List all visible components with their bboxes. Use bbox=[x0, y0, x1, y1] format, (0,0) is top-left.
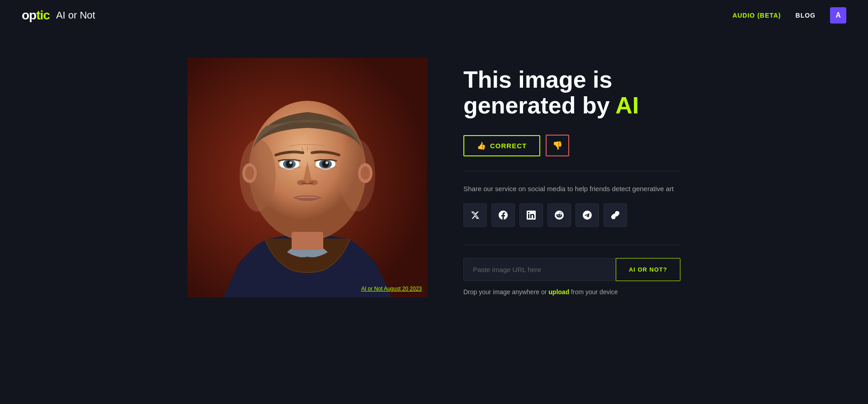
analyzed-image bbox=[188, 58, 427, 297]
nav-right: AUDIO (BETA) BLOG A bbox=[732, 7, 846, 23]
divider-1 bbox=[463, 171, 680, 171]
main-content: AI or Not August 20 2023 This image is g… bbox=[0, 31, 868, 324]
analyze-button[interactable]: AI OR NOT? bbox=[616, 258, 680, 281]
result-ai-text: AI bbox=[615, 92, 639, 118]
reddit-share-button[interactable] bbox=[547, 203, 571, 227]
linkedin-share-button[interactable] bbox=[519, 203, 543, 227]
correct-label: CORRECT bbox=[490, 142, 527, 150]
svg-point-18 bbox=[361, 166, 370, 180]
svg-point-16 bbox=[245, 166, 254, 180]
facebook-icon bbox=[499, 211, 508, 220]
copy-link-icon bbox=[611, 211, 620, 220]
incorrect-button[interactable]: 👎 bbox=[546, 135, 569, 156]
logo-area: optic AI or Not bbox=[22, 8, 95, 23]
reddit-icon bbox=[555, 211, 564, 220]
svg-point-20 bbox=[289, 148, 316, 166]
header: optic AI or Not AUDIO (BETA) BLOG A bbox=[0, 0, 868, 31]
drop-text: Drop your image anywhere or upload from … bbox=[463, 288, 680, 296]
drop-text-after: from your device bbox=[569, 288, 618, 296]
copy-link-button[interactable] bbox=[604, 203, 627, 227]
svg-point-12 bbox=[326, 161, 328, 164]
share-description: Share our service on social media to hel… bbox=[463, 184, 680, 194]
logo-op-text: op bbox=[22, 8, 36, 22]
twitter-share-button[interactable] bbox=[463, 203, 487, 227]
user-avatar-button[interactable]: A bbox=[830, 7, 846, 23]
logo-optic: optic bbox=[22, 8, 50, 23]
telegram-icon bbox=[583, 211, 592, 220]
logo-tagline: AI or Not bbox=[56, 9, 95, 21]
upload-link[interactable]: upload bbox=[548, 288, 569, 296]
image-caption[interactable]: AI or Not August 20 2023 bbox=[361, 286, 422, 292]
feedback-row: 👍 CORRECT 👎 bbox=[463, 135, 680, 156]
thumbs-up-icon: 👍 bbox=[477, 141, 486, 150]
divider-2 bbox=[463, 245, 680, 245]
url-input[interactable] bbox=[463, 258, 616, 281]
blog-nav-link[interactable]: BLOG bbox=[796, 12, 816, 19]
svg-point-11 bbox=[322, 160, 329, 168]
share-buttons bbox=[463, 203, 680, 227]
facebook-share-button[interactable] bbox=[491, 203, 515, 227]
linkedin-icon bbox=[527, 211, 536, 220]
image-section: AI or Not August 20 2023 bbox=[188, 58, 427, 297]
url-input-row: AI OR NOT? bbox=[463, 258, 680, 281]
twitter-icon bbox=[471, 211, 480, 220]
result-title-text: This image is generated by bbox=[463, 66, 615, 118]
telegram-share-button[interactable] bbox=[576, 203, 599, 227]
svg-rect-19 bbox=[292, 232, 323, 250]
thumbs-down-icon: 👎 bbox=[552, 141, 562, 150]
correct-button[interactable]: 👍 CORRECT bbox=[463, 135, 540, 156]
result-section: This image is generated by AI 👍 CORRECT … bbox=[463, 58, 680, 296]
drop-text-before: Drop your image anywhere or bbox=[463, 288, 548, 296]
logo-tic-text: tic bbox=[36, 8, 50, 22]
result-title: This image is generated by AI bbox=[463, 67, 680, 118]
audio-nav-link[interactable]: AUDIO (BETA) bbox=[732, 12, 781, 19]
